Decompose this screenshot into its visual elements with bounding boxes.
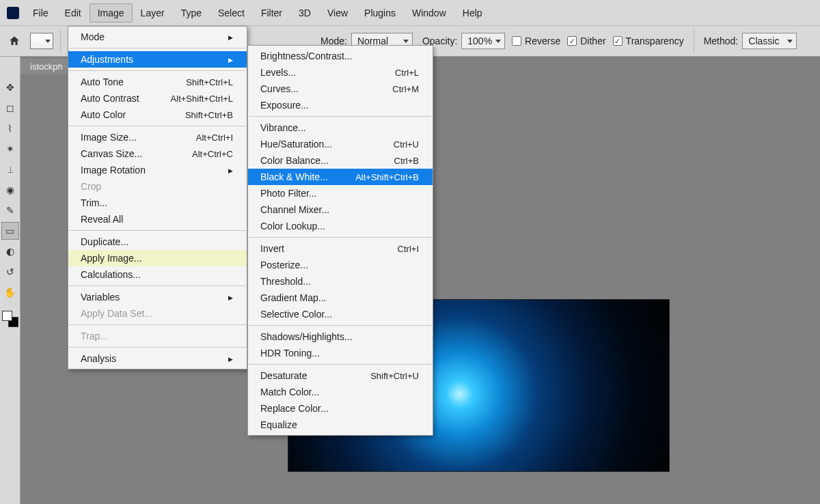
adjustments-curves[interactable]: Curves...Ctrl+M: [248, 81, 433, 97]
adjustments-desaturate[interactable]: DesaturateShift+Ctrl+U: [248, 367, 433, 384]
lasso-tool[interactable]: ⌇: [1, 120, 19, 137]
image-menu-analysis[interactable]: Analysis: [68, 350, 247, 367]
adjustments-replace-color[interactable]: Replace Color...: [248, 400, 433, 417]
image-menu-separator: [69, 70, 246, 71]
menu-item-label: Photo Filter...: [260, 188, 316, 199]
menu-item-label: Trap...: [81, 331, 108, 341]
dodge-tool[interactable]: ◐: [1, 242, 19, 260]
menu-item-label: Image Rotation: [81, 165, 146, 176]
method-label: Method:: [704, 36, 739, 46]
image-menu-separator: [69, 324, 246, 325]
menu-item-label: Trim...: [81, 197, 107, 208]
method-dropdown[interactable]: Classic: [742, 33, 797, 49]
menu-item-shortcut: Alt+Shift+Ctrl+B: [355, 172, 419, 182]
menu-item-label: Channel Mixer...: [260, 204, 329, 215]
menu-item-label: Equalize: [260, 419, 297, 430]
home-icon[interactable]: [5, 32, 23, 50]
move-tool[interactable]: ✥: [1, 79, 19, 96]
transparency-option[interactable]: Transparency: [613, 36, 684, 46]
menu-edit[interactable]: Edit: [57, 3, 90, 23]
menu-type[interactable]: Type: [173, 3, 210, 23]
adjustments-equalize[interactable]: Equalize: [248, 417, 433, 433]
adjustments-channel-mixer[interactable]: Channel Mixer...: [248, 201, 433, 218]
dither-checkbox[interactable]: [567, 36, 577, 46]
image-menu-reveal-all[interactable]: Reveal All: [68, 211, 247, 227]
menu-item-label: Desaturate: [260, 370, 307, 381]
adjustments-invert[interactable]: InvertCtrl+I: [248, 240, 433, 257]
image-menu-trim[interactable]: Trim...: [68, 195, 247, 211]
menu-view[interactable]: View: [319, 3, 356, 23]
reverse-option[interactable]: Reverse: [512, 36, 560, 46]
gradient-preset-picker[interactable]: [30, 33, 53, 49]
image-menu-calculations[interactable]: Calculations...: [68, 266, 247, 283]
adjustments-black-white[interactable]: Black & White...Alt+Shift+Ctrl+B: [248, 169, 433, 185]
adjustments-separator: [249, 116, 432, 117]
reverse-checkbox[interactable]: [512, 36, 521, 46]
menu-bar: FileEditImageLayerTypeSelectFilter3DView…: [0, 0, 820, 26]
menu-image[interactable]: Image: [90, 3, 133, 23]
wand-tool[interactable]: ✶: [1, 140, 19, 158]
menu-layer[interactable]: Layer: [133, 3, 173, 23]
transparency-label: Transparency: [626, 36, 684, 46]
menu-window[interactable]: Window: [404, 3, 454, 23]
gradient-tool[interactable]: ▭: [1, 222, 19, 240]
menu-item-label: Threshold...: [260, 276, 311, 287]
image-menu-mode[interactable]: Mode: [68, 29, 247, 45]
adjustments-brightness-contrast[interactable]: Brightness/Contrast...: [248, 48, 433, 64]
menu-3d[interactable]: 3D: [290, 3, 319, 23]
adjustments-shadows-highlights[interactable]: Shadows/Highlights...: [248, 328, 433, 345]
adjustments-match-color[interactable]: Match Color...: [248, 384, 433, 400]
image-menu-duplicate[interactable]: Duplicate...: [68, 234, 247, 250]
adjustments-levels[interactable]: Levels...Ctrl+L: [248, 64, 433, 81]
separator: [694, 29, 694, 53]
menu-item-label: Shadows/Highlights...: [260, 331, 353, 342]
menu-item-label: Selective Color...: [260, 309, 332, 320]
image-menu-auto-tone[interactable]: Auto ToneShift+Ctrl+L: [68, 74, 247, 90]
menu-item-label: Auto Color: [81, 109, 126, 120]
opacity-dropdown[interactable]: 100%: [461, 33, 505, 49]
document-tab-label: istockph: [30, 61, 63, 72]
menu-item-label: Analysis: [81, 353, 116, 364]
adjustments-hdr-toning[interactable]: HDR Toning...: [248, 345, 433, 361]
image-menu-separator: [69, 285, 246, 286]
crop-tool[interactable]: ⟂: [1, 160, 19, 178]
menu-item-shortcut: Ctrl+I: [398, 244, 419, 254]
menu-item-label: Adjustments: [81, 54, 133, 65]
menu-item-label: Canvas Size...: [81, 148, 142, 159]
eyedropper-tool[interactable]: ◉: [1, 181, 19, 199]
menu-plugins[interactable]: Plugins: [356, 3, 404, 23]
dither-option[interactable]: Dither: [567, 36, 605, 46]
menu-filter[interactable]: Filter: [253, 3, 290, 23]
marquee-tool[interactable]: ◻: [1, 99, 19, 117]
brush-tool[interactable]: ✎: [1, 201, 19, 219]
adjustments-selective-color[interactable]: Selective Color...: [248, 306, 433, 322]
document-tab[interactable]: istockph: [20, 59, 72, 74]
menu-item-shortcut: Alt+Ctrl+I: [196, 132, 233, 143]
adjustments-threshold[interactable]: Threshold...: [248, 273, 433, 290]
image-menu-image-rotation[interactable]: Image Rotation: [68, 162, 247, 178]
adjustments-color-balance[interactable]: Color Balance...Ctrl+B: [248, 152, 433, 169]
menu-file[interactable]: File: [25, 3, 57, 23]
hand-tool[interactable]: ✋: [1, 283, 19, 301]
adjustments-photo-filter[interactable]: Photo Filter...: [248, 185, 433, 201]
color-swatches[interactable]: [2, 311, 18, 327]
adjustments-exposure[interactable]: Exposure...: [248, 97, 433, 113]
adjustments-vibrance[interactable]: Vibrance...: [248, 120, 433, 136]
adjustments-posterize[interactable]: Posterize...: [248, 257, 433, 273]
image-menu-adjustments[interactable]: Adjustments: [68, 51, 247, 68]
image-menu-variables[interactable]: Variables: [68, 289, 247, 305]
transparency-checkbox[interactable]: [613, 36, 623, 46]
adjustments-color-lookup[interactable]: Color Lookup...: [248, 218, 433, 234]
image-menu-apply-image[interactable]: Apply Image...: [68, 250, 247, 266]
menu-select[interactable]: Select: [210, 3, 253, 23]
image-menu-image-size[interactable]: Image Size...Alt+Ctrl+I: [68, 129, 247, 145]
adjustments-gradient-map[interactable]: Gradient Map...: [248, 290, 433, 306]
submenu-arrow-icon: [228, 293, 233, 301]
adjustments-hue-saturation[interactable]: Hue/Saturation...Ctrl+U: [248, 136, 433, 152]
menu-item-label: Calculations...: [81, 269, 141, 280]
image-menu-auto-color[interactable]: Auto ColorShift+Ctrl+B: [68, 107, 247, 123]
path-tool[interactable]: ↺: [1, 263, 19, 281]
image-menu-canvas-size[interactable]: Canvas Size...Alt+Ctrl+C: [68, 145, 247, 162]
menu-help[interactable]: Help: [454, 3, 491, 23]
image-menu-auto-contrast[interactable]: Auto ContrastAlt+Shift+Ctrl+L: [68, 90, 247, 107]
